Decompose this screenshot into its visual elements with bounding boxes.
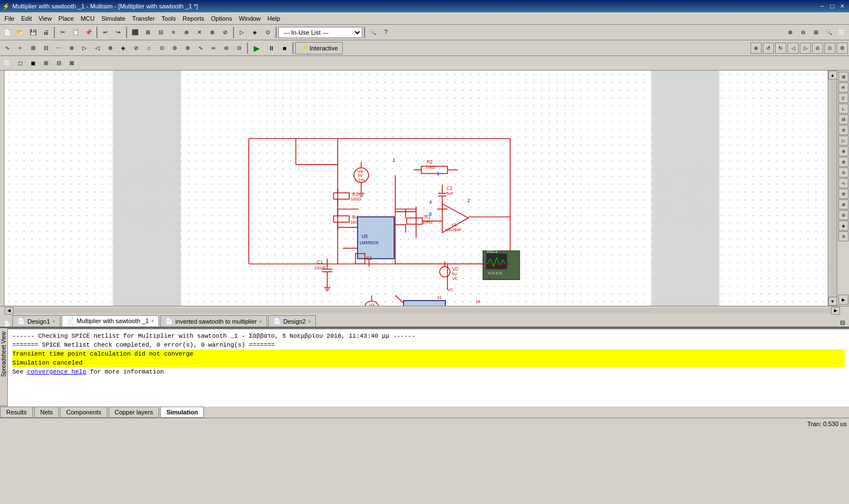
- copy-btn[interactable]: 📋: [69, 26, 82, 39]
- menu-help[interactable]: Help: [264, 14, 284, 23]
- bottom-tab-components[interactable]: Components: [60, 407, 107, 418]
- inst-14[interactable]: ⊚: [169, 42, 181, 54]
- rp-10[interactable]: ⊙: [838, 167, 848, 178]
- help-btn[interactable]: ?: [380, 26, 392, 39]
- menu-options[interactable]: Options: [208, 14, 236, 23]
- inst-18[interactable]: ⊜: [220, 42, 232, 54]
- inst-4[interactable]: ⊟: [40, 42, 52, 54]
- rp-9[interactable]: ⊗: [838, 157, 848, 167]
- hscroll-left-btn[interactable]: ◀: [4, 307, 13, 315]
- redo-btn[interactable]: ↪: [112, 26, 124, 39]
- inst-16[interactable]: ∿: [194, 42, 207, 54]
- menu-reports[interactable]: Reports: [179, 14, 208, 23]
- et1[interactable]: ⬜: [1, 57, 13, 69]
- et5[interactable]: ⊟: [53, 57, 65, 69]
- tab-collapse-btn[interactable]: ⊟: [837, 319, 848, 326]
- inst-3[interactable]: ⊞: [27, 42, 39, 54]
- inst-6[interactable]: ⊕: [66, 42, 78, 54]
- print-btn[interactable]: 🖨: [40, 26, 52, 39]
- zoom-full-btn[interactable]: 🔍: [823, 26, 835, 39]
- junction-btn[interactable]: ⊕: [180, 26, 193, 39]
- scroll-down-btn[interactable]: ▼: [828, 297, 837, 306]
- sim2-btn[interactable]: ◈: [249, 26, 261, 39]
- inst-17[interactable]: ∞: [207, 42, 220, 54]
- sim3-btn[interactable]: ⊙: [262, 26, 274, 39]
- minimize-button[interactable]: −: [818, 2, 827, 10]
- rp-arrow-right[interactable]: ▶: [838, 295, 848, 305]
- menu-file[interactable]: File: [1, 14, 18, 23]
- zoom-fit-btn[interactable]: ⊞: [810, 26, 822, 39]
- sc7[interactable]: ⊙: [824, 43, 836, 54]
- menu-mcu[interactable]: MCU: [77, 14, 98, 23]
- grid-btn[interactable]: ⊞: [142, 26, 154, 39]
- inst-1[interactable]: ∿: [1, 42, 13, 54]
- rp-2[interactable]: R: [838, 82, 848, 92]
- scroll-track[interactable]: [829, 80, 837, 297]
- inst-7[interactable]: ▷: [78, 42, 91, 54]
- rp-8[interactable]: ⊕: [838, 146, 848, 156]
- close-button[interactable]: ×: [838, 2, 847, 10]
- circuit-canvas[interactable]: R2 10kΩ C2 5nF U1 LM108AP V9 5V 1% R3: [4, 71, 828, 306]
- in-use-list[interactable]: --- In-Use List ---: [278, 27, 362, 38]
- rp-1[interactable]: ⊞: [838, 72, 848, 82]
- hscroll-right-btn[interactable]: ▶: [831, 307, 840, 315]
- zoom-out-btn[interactable]: ⊖: [797, 26, 809, 39]
- sc5[interactable]: ▷: [800, 43, 811, 54]
- new-btn[interactable]: 📄: [1, 26, 13, 39]
- inst-12[interactable]: ⌂: [143, 42, 155, 54]
- pause-button[interactable]: ⏸: [264, 42, 278, 54]
- bottom-tab-results[interactable]: Results: [0, 407, 33, 418]
- rp-4[interactable]: L: [838, 104, 848, 114]
- open-btn[interactable]: 📂: [14, 26, 26, 39]
- menu-window[interactable]: Window: [235, 14, 264, 23]
- tab-design2-close[interactable]: ×: [308, 319, 311, 324]
- tab-inverted[interactable]: 📄 inverted sawtooth to multiplier ×: [160, 315, 267, 326]
- inst-5[interactable]: ⋯: [53, 42, 65, 54]
- zoom-in-btn[interactable]: ⊕: [784, 26, 796, 39]
- menu-place[interactable]: Place: [55, 14, 77, 23]
- zoom-sel-btn[interactable]: ⬜: [836, 26, 848, 39]
- stop-button[interactable]: ■: [279, 42, 291, 54]
- sc8[interactable]: ⚙: [837, 43, 848, 54]
- sc3[interactable]: ↻: [775, 43, 786, 54]
- zoom-area-btn[interactable]: ⬛: [129, 26, 141, 39]
- rp-16[interactable]: ⊝: [838, 231, 848, 241]
- cut-btn[interactable]: ✂: [57, 26, 69, 39]
- menu-view[interactable]: View: [35, 14, 55, 23]
- hscrollbar[interactable]: ◀ ▶: [4, 306, 840, 315]
- et6[interactable]: ⊠: [66, 57, 78, 69]
- sim1-btn[interactable]: ▷: [236, 26, 248, 39]
- tab-design2[interactable]: 📄 Design2 ×: [268, 315, 316, 326]
- wire-btn[interactable]: ⊟: [155, 26, 167, 39]
- menu-edit[interactable]: Edit: [18, 14, 35, 23]
- rp-3[interactable]: C: [838, 93, 848, 103]
- spreadsheet-view-label[interactable]: Spreadsheet View: [1, 332, 7, 377]
- inst-19[interactable]: ⊝: [233, 42, 245, 54]
- tab-multiplier-close[interactable]: ×: [151, 318, 154, 324]
- vertical-scrollbar[interactable]: ▲ ▼: [828, 71, 837, 306]
- search-btn[interactable]: 🔍: [367, 26, 379, 39]
- hscroll-track[interactable]: [13, 308, 831, 314]
- paste-btn[interactable]: 📌: [82, 26, 95, 39]
- sc4[interactable]: ◁: [787, 43, 799, 54]
- misc1-btn[interactable]: ⊗: [206, 26, 218, 39]
- bottom-tab-nets[interactable]: Nets: [34, 407, 59, 418]
- menu-simulate[interactable]: Simulate: [98, 14, 129, 23]
- sc2[interactable]: ↺: [763, 43, 774, 54]
- play-button[interactable]: ▶: [250, 42, 264, 54]
- inst-13[interactable]: ⊙: [156, 42, 168, 54]
- bottom-tab-copper[interactable]: Copper layers: [109, 407, 159, 418]
- tab-scroll-icon[interactable]: 📄: [1, 321, 12, 326]
- window-controls[interactable]: − □ ×: [818, 2, 847, 10]
- tab-design1-close[interactable]: ×: [52, 319, 55, 324]
- rp-13[interactable]: ⊛: [838, 199, 848, 209]
- tab-inverted-close[interactable]: ×: [259, 319, 262, 324]
- misc2-btn[interactable]: ⊘: [219, 26, 231, 39]
- noconn-btn[interactable]: ✕: [193, 26, 206, 39]
- inst-9[interactable]: ⊗: [104, 42, 116, 54]
- interactive-button[interactable]: ⚡ Interactive: [295, 42, 343, 54]
- rp-6[interactable]: ⊘: [838, 125, 848, 135]
- inst-8[interactable]: ◁: [91, 42, 104, 54]
- et3[interactable]: ◼: [27, 57, 39, 69]
- rp-12[interactable]: ⊚: [838, 189, 848, 199]
